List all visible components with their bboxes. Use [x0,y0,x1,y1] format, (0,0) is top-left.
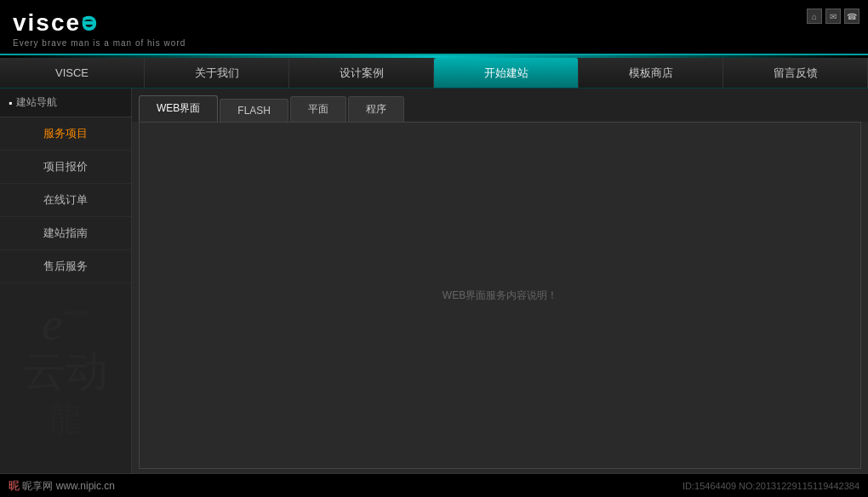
tabs-bar: WEB界面 FLASH 平面 程序 [132,89,868,122]
sidebar: 建站导航 服务项目 项目报价 在线订单 建站指南 售后服务 e Home 云动 … [0,89,132,476]
sidebar-title: 建站导航 [0,89,131,117]
home-icon[interactable]: ⌂ [807,9,822,24]
tab-web[interactable]: WEB界面 [139,95,218,122]
tab-content-area: WEB界面服务内容说明！ [139,122,861,469]
main-panel: WEB界面 FLASH 平面 程序 WEB界面服务内容说明！ [132,89,868,476]
logo-area: visceƎ Every brave man is a man of his w… [13,7,186,48]
logo-tagline: Every brave man is a man of his word [13,38,186,48]
sidebar-item-aftersale[interactable]: 售后服务 [0,250,131,283]
main-nav: VISCE 关于我们 设计案例 开始建站 模板商店 留言反馈 [0,58,868,89]
header-icons: ⌂ ✉ ☎ [807,9,859,24]
sidebar-item-pricing[interactable]: 项目报价 [0,151,131,184]
footer-left-text: 昵享网 www.nipic.cn [22,480,115,492]
contact-icon[interactable]: ☎ [844,9,859,24]
nav-item-build[interactable]: 开始建站 [434,58,579,88]
nav-item-feedback[interactable]: 留言反馈 [723,58,868,88]
sidebar-item-guide[interactable]: 建站指南 [0,217,131,250]
nav-item-about[interactable]: 关于我们 [145,58,289,88]
sidebar-watermark: e Home 云动 龍 [0,292,131,451]
header: visceƎ Every brave man is a man of his w… [0,0,868,55]
logo-text: visceƎ [13,7,186,37]
watermark-chinese: 云动 [23,343,108,400]
nav-item-templates[interactable]: 模板商店 [579,58,723,88]
sidebar-item-services[interactable]: 服务项目 [0,117,131,151]
nav-item-visce[interactable]: VISCE [0,58,145,88]
content-area: 建站导航 服务项目 项目报价 在线订单 建站指南 售后服务 e Home 云动 … [0,89,868,476]
tab-content-text: WEB界面服务内容说明！ [443,288,557,303]
watermark-dragon: 龍 [49,396,83,443]
tab-program[interactable]: 程序 [348,96,404,122]
tab-flat[interactable]: 平面 [290,96,346,122]
sidebar-item-order[interactable]: 在线订单 [0,184,131,217]
footer-logo: 昵 昵享网 www.nipic.cn [9,478,115,494]
footer-info: ID:15464409 NO:20131229115119442384 [682,481,859,491]
tab-flash[interactable]: FLASH [220,99,288,122]
footer-watermark-icon: 昵 [9,479,20,492]
sidebar-title-text: 建站导航 [16,95,57,110]
watermark-letter: e [42,300,62,347]
watermark-home: Home [65,307,89,317]
footer: 昵 昵享网 www.nipic.cn ID:15464409 NO:201312… [0,473,868,497]
email-icon[interactable]: ✉ [825,9,841,24]
nav-item-design[interactable]: 设计案例 [289,58,434,88]
